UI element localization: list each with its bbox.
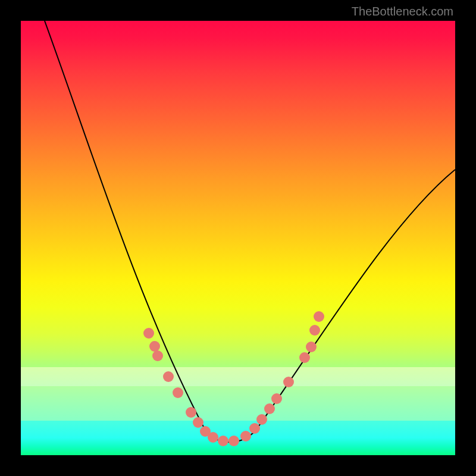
data-point [264,403,275,414]
data-point [306,342,317,352]
data-point [193,417,203,428]
watermark-text: TheBottleneck.com [352,5,453,18]
data-point [271,393,282,404]
data-point [314,311,324,322]
data-point [240,431,251,441]
data-point [256,414,267,425]
data-point [173,387,183,398]
data-point [186,407,196,418]
data-point [249,423,260,434]
plot-area [21,21,455,455]
data-point [143,328,154,339]
chart-overlay [21,21,455,455]
data-point [218,436,228,446]
data-point [309,325,320,336]
data-point [299,352,310,363]
data-point [208,432,218,443]
highlight-band [21,386,455,421]
highlight-band [21,367,455,386]
data-point [152,350,163,361]
data-point [149,341,160,352]
data-point [283,377,294,387]
data-point [228,436,239,446]
data-point [163,371,174,382]
chart-frame: TheBottleneck.com [0,0,476,476]
